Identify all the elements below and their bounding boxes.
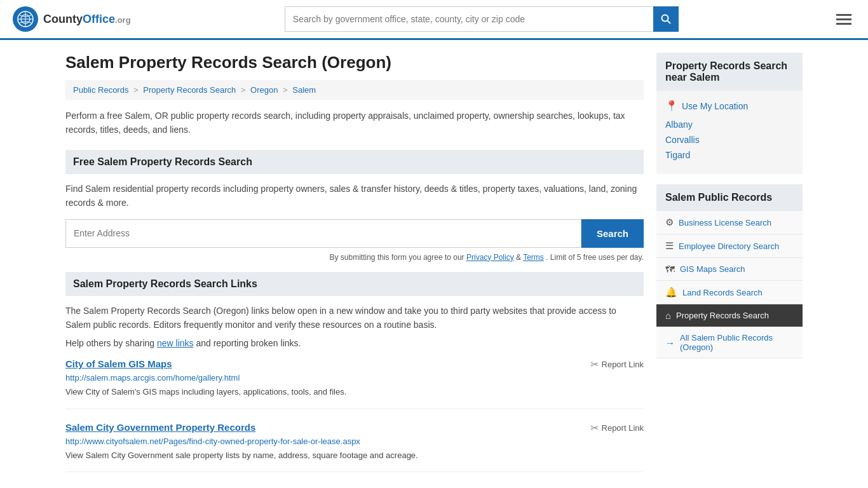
sidebar-nearby-content: 📍 Use My Location Albany Corvallis Tigar… <box>656 91 803 174</box>
sidebar-property-records-label: Property Records Search <box>676 311 769 320</box>
sidebar-gis-maps[interactable]: 🗺 GIS Maps Search <box>656 258 803 281</box>
breadcrumb: Public Records > Property Records Search… <box>65 80 644 100</box>
link-title-gis-maps[interactable]: City of Salem GIS Maps <box>65 358 172 369</box>
sidebar-employee-directory-label: Employee Directory Search <box>679 241 779 251</box>
sidebar-records-list: ⚙ Business License Search ☰ Employee Dir… <box>656 211 803 358</box>
breadcrumb-salem[interactable]: Salem <box>292 85 316 95</box>
sidebar-business-license[interactable]: ⚙ Business License Search <box>656 211 803 234</box>
use-location-link[interactable]: 📍 Use My Location <box>665 100 794 112</box>
map-icon: 🗺 <box>665 264 675 274</box>
breadcrumb-sep3: > <box>283 85 288 95</box>
report-icon-1: ✂ <box>590 358 599 370</box>
breadcrumb-public-records[interactable]: Public Records <box>73 85 128 95</box>
and-text: and reporting broken links. <box>196 338 301 348</box>
use-location-label: Use My Location <box>682 101 748 111</box>
report-link-button-1[interactable]: ✂ Report Link <box>590 358 644 370</box>
link-desc-city-property: View Salem City Government sale property… <box>65 449 644 462</box>
nearby-corvallis-link[interactable]: Corvallis <box>665 135 794 145</box>
new-links-link[interactable]: new links <box>157 338 194 348</box>
address-input[interactable] <box>65 219 581 248</box>
address-search-button[interactable]: Search <box>581 219 644 248</box>
report-link-button-2[interactable]: ✂ Report Link <box>590 422 644 434</box>
form-disclaimer: By submitting this form you agree to our… <box>65 253 644 262</box>
sidebar-all-records-label: All Salem Public Records (Oregon) <box>680 333 794 352</box>
tree-icon: 🔔 <box>665 287 677 298</box>
nearby-albany-link[interactable]: Albany <box>665 119 794 130</box>
sidebar-nearby-header: Property Records Search near Salem <box>656 53 803 91</box>
sidebar-public-records-header: Salem Public Records <box>656 184 803 211</box>
breadcrumb-property-records[interactable]: Property Records Search <box>143 85 236 95</box>
link-url-city-property[interactable]: http://www.cityofsalem.net/Pages/find-ci… <box>65 437 644 446</box>
link-title-city-property[interactable]: Salem City Government Property Records <box>65 422 255 433</box>
header: CountyOffice.org <box>0 0 868 40</box>
terms-link[interactable]: Terms <box>523 253 544 262</box>
page-title: Salem Property Records Search (Oregon) <box>65 53 644 72</box>
links-section-header: Salem Property Records Search Links <box>65 272 644 296</box>
logo-area: CountyOffice.org <box>13 6 131 32</box>
link-desc-gis-maps: View City of Salem's GIS maps including … <box>65 386 644 398</box>
home-icon: ⌂ <box>665 310 671 321</box>
link-url-gis-maps[interactable]: http://salem.maps.arcgis.com/home/galler… <box>65 373 644 383</box>
share-text: Help others by sharing new links and rep… <box>65 338 644 348</box>
free-search-description: Find Salem residential property records … <box>65 182 644 210</box>
links-description: The Salem Property Records Search (Orego… <box>65 304 644 332</box>
breadcrumb-oregon[interactable]: Oregon <box>250 85 278 95</box>
address-search-area: Search <box>65 219 644 248</box>
logo-icon <box>13 6 38 32</box>
disclaimer-suffix: . Limit of 5 free uses per day. <box>546 253 644 262</box>
breadcrumb-sep2: > <box>241 85 246 95</box>
svg-line-5 <box>667 21 670 24</box>
main-container: Salem Property Records Search (Oregon) P… <box>53 40 815 488</box>
sidebar: Property Records Search near Salem 📍 Use… <box>656 53 803 485</box>
privacy-policy-link[interactable]: Privacy Policy <box>466 253 514 262</box>
sidebar-property-records[interactable]: ⌂ Property Records Search <box>656 304 803 327</box>
sidebar-land-records-label: Land Records Search <box>682 288 763 297</box>
link-item-city-property: Salem City Government Property Records ✂… <box>65 422 644 473</box>
sidebar-land-records[interactable]: 🔔 Land Records Search <box>656 281 803 304</box>
svg-point-4 <box>661 15 668 22</box>
sidebar-business-license-label: Business License Search <box>679 218 771 227</box>
nearby-tigard-link[interactable]: Tigard <box>665 150 794 160</box>
arrow-icon: → <box>665 337 675 348</box>
list-icon: ☰ <box>665 240 674 252</box>
link-item-header-2: Salem City Government Property Records ✂… <box>65 422 644 434</box>
link-item-gis-maps: City of Salem GIS Maps ✂ Report Link htt… <box>65 358 644 409</box>
sidebar-all-records[interactable]: → All Salem Public Records (Oregon) <box>656 327 803 358</box>
content-area: Salem Property Records Search (Oregon) P… <box>65 53 644 485</box>
links-section: Salem Property Records Search Links The … <box>65 272 644 473</box>
logo-text: CountyOffice.org <box>43 13 131 26</box>
free-search-section: Free Salem Property Records Search Find … <box>65 150 644 262</box>
hamburger-menu-icon[interactable] <box>832 10 855 29</box>
search-bar-container <box>285 6 679 32</box>
sidebar-employee-directory[interactable]: ☰ Employee Directory Search <box>656 234 803 258</box>
header-search-input[interactable] <box>285 6 653 32</box>
disclaimer-text: By submitting this form you agree to our <box>330 253 465 262</box>
gear-icon: ⚙ <box>665 217 674 228</box>
sidebar-gis-maps-label: GIS Maps Search <box>680 264 745 274</box>
location-pin-icon: 📍 <box>665 100 678 112</box>
main-description: Perform a free Salem, OR public property… <box>65 109 644 137</box>
report-icon-2: ✂ <box>590 422 599 434</box>
breadcrumb-sep1: > <box>133 85 139 95</box>
header-search-button[interactable] <box>653 6 679 32</box>
free-search-header: Free Salem Property Records Search <box>65 150 644 174</box>
link-item-header: City of Salem GIS Maps ✂ Report Link <box>65 358 644 370</box>
